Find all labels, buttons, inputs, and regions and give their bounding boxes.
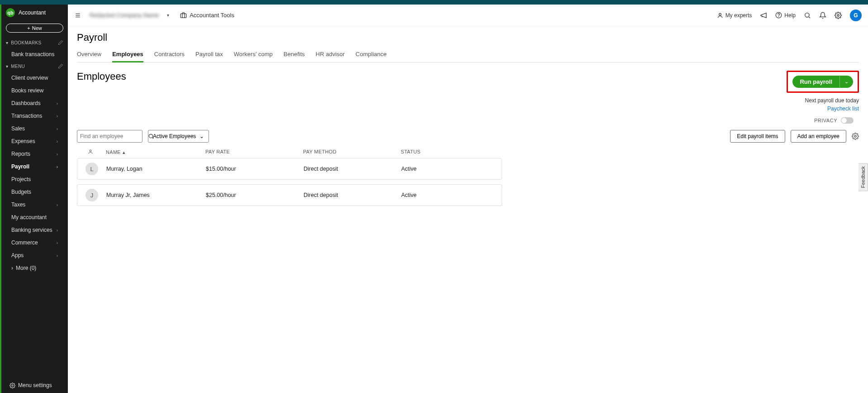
svg-rect-4 [180,14,186,18]
sidebar-item-label: Reports [11,151,30,157]
th-name[interactable]: NAME ▴ [104,149,204,155]
chevron-right-icon: › [11,265,13,271]
main: Redacted Company Name ▾ Accountant Tools… [68,5,868,393]
new-button[interactable]: + New [6,24,63,33]
toolbar: Active Employees ⌄ Edit payroll items Ad… [77,130,859,143]
th-pay-rate[interactable]: PAY RATE [204,149,301,155]
table-row[interactable]: JMurray Jr, James$25.00/hourDirect depos… [77,184,502,206]
privacy-row: PRIVACY [77,117,859,124]
sidebar-item-label: Taxes [11,201,25,208]
employee-table: NAME ▴ PAY RATE PAY METHOD STATUS LMurra… [77,149,502,206]
chevron-down-icon: ▾ [6,64,8,69]
sidebar-menu-items: Client overviewBooks reviewDashboards›Tr… [1,72,68,262]
cell-name: Murray, Logan [104,166,204,172]
tab-benefits[interactable]: Benefits [284,47,305,62]
sidebar-item-label: Dashboards [11,100,41,106]
tab-compliance[interactable]: Compliance [356,47,387,62]
svg-point-8 [805,13,809,17]
accountant-tools-label: Accountant Tools [190,12,234,19]
chevron-right-icon: › [57,152,58,157]
th-name-label: NAME [106,149,121,155]
bookmarks-label: BOOKMARKS [11,40,41,45]
sidebar-item-payroll[interactable]: Payroll› [1,160,68,173]
sidebar-item-label: Books review [11,87,43,94]
paycheck-list-link[interactable]: Paycheck list [778,105,859,112]
content: Payroll OverviewEmployeesContractorsPayr… [68,26,868,211]
sidebar-item-label: Bank transactions [11,51,54,58]
th-pay-method[interactable]: PAY METHOD [301,149,399,155]
tab-payroll-tax[interactable]: Payroll tax [195,47,223,62]
bell-icon[interactable] [819,12,826,19]
edit-payroll-items-button[interactable]: Edit payroll items [730,130,785,143]
megaphone-icon[interactable] [760,12,767,19]
employee-avatar: J [85,189,98,201]
sidebar-item-expenses[interactable]: Expenses› [1,135,68,148]
sidebar-item-label: My accountant [11,214,47,220]
accountant-tools[interactable]: Accountant Tools [180,12,234,19]
user-avatar[interactable]: G [850,10,862,21]
sidebar-more-label: More (0) [16,265,36,271]
employee-filter[interactable]: Active Employees ⌄ [148,130,209,143]
sidebar-item-apps[interactable]: Apps› [1,249,68,262]
chevron-down-icon[interactable]: ▾ [167,13,169,18]
sidebar-item-projects[interactable]: Projects [1,173,68,186]
tab-contractors[interactable]: Contractors [154,47,185,62]
chevron-right-icon: › [57,164,58,169]
bookmarks-header[interactable]: ▾ BOOKMARKS [1,37,68,48]
cell-pay-method: Direct deposit [302,192,399,198]
sort-asc-icon: ▴ [123,149,125,155]
tab-employees[interactable]: Employees [112,47,143,62]
pencil-icon[interactable] [58,40,63,45]
th-status[interactable]: STATUS [399,149,497,155]
sidebar-collapse-icon[interactable] [74,12,81,19]
help[interactable]: Help [775,12,796,19]
sidebar-item-label: Commerce [11,240,38,246]
sidebar-item-dashboards[interactable]: Dashboards› [1,97,68,110]
run-payroll-button[interactable]: Run payroll ⌄ [792,76,853,88]
sidebar-item-banking-services[interactable]: Banking services› [1,224,68,236]
employee-search[interactable] [77,130,142,143]
cell-pay-rate: $25.00/hour [204,192,302,198]
menu-settings[interactable]: Menu settings [1,378,68,393]
chevron-right-icon: › [57,202,58,207]
sidebar-item-client-overview[interactable]: Client overview [1,72,68,84]
sidebar-item-sales[interactable]: Sales› [1,122,68,135]
new-button-label: New [32,25,42,31]
employee-avatar: L [85,163,98,175]
sidebar-item-budgets[interactable]: Budgets [1,186,68,198]
chevron-down-icon[interactable]: ⌄ [840,76,853,87]
tab-overview[interactable]: Overview [77,47,101,62]
sidebar-item-transactions[interactable]: Transactions› [1,110,68,122]
sidebar-item-books-review[interactable]: Books review [1,84,68,97]
company-selector[interactable]: Redacted Company Name [88,12,161,19]
gear-icon[interactable] [835,12,842,19]
my-experts[interactable]: My experts [717,12,752,19]
tab-workers-comp[interactable]: Workers' comp [234,47,273,62]
table-settings-gear-icon[interactable] [852,133,859,140]
sidebar-item-label: Transactions [11,113,42,119]
feedback-tab[interactable]: Feedback [859,163,868,191]
search-input[interactable] [80,133,148,139]
sidebar-item-reports[interactable]: Reports› [1,148,68,160]
sidebar-bookmark-bank-transactions[interactable]: Bank transactions [1,48,68,61]
sidebar-more[interactable]: › More (0) [1,262,68,274]
chevron-right-icon: › [57,240,58,245]
table-row[interactable]: LMurray, Logan$15.00/hourDirect depositA… [77,158,502,180]
sidebar-item-commerce[interactable]: Commerce› [1,236,68,249]
pencil-icon[interactable] [58,63,63,69]
tab-hr-advisor[interactable]: HR advisor [316,47,345,62]
sidebar-item-my-accountant[interactable]: My accountant [1,211,68,224]
run-payroll-label: Run payroll [792,76,840,88]
sidebar-item-label: Client overview [11,75,48,81]
menu-settings-label: Menu settings [18,382,52,388]
search-icon[interactable] [804,12,811,19]
sidebar-item-label: Apps [11,252,24,259]
table-header: NAME ▴ PAY RATE PAY METHOD STATUS [77,149,502,158]
sidebar-item-taxes[interactable]: Taxes› [1,198,68,211]
menu-header[interactable]: ▾ MENU [1,61,68,72]
privacy-toggle[interactable] [841,117,854,124]
cell-status: Active [399,166,497,172]
svg-point-5 [719,13,721,15]
add-employee-button[interactable]: Add an employee [791,130,846,143]
sidebar: qb Accountant + New ▾ BOOKMARKS Bank tra… [0,5,68,393]
